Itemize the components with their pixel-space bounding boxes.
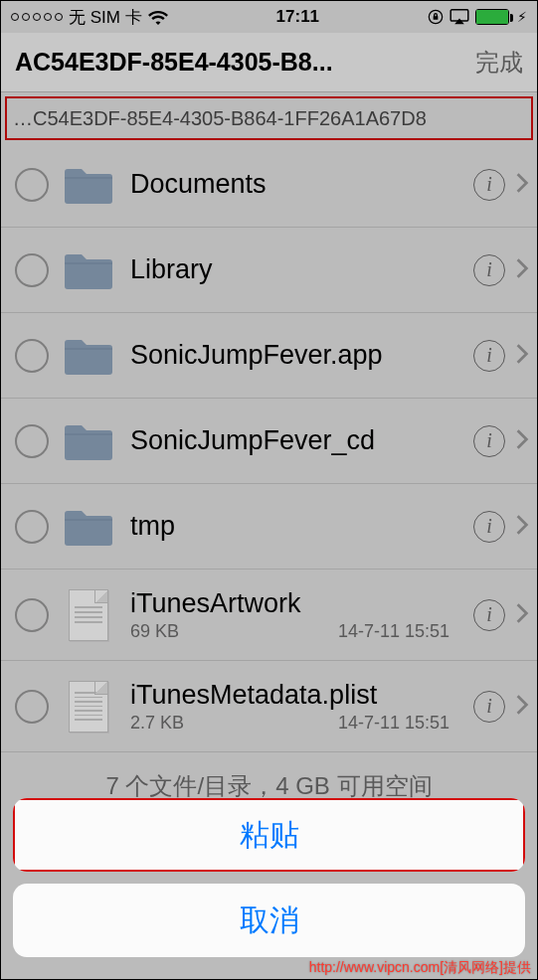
select-checkbox[interactable] xyxy=(15,690,49,724)
folder-icon xyxy=(63,245,114,296)
item-title: SonicJumpFever_cd xyxy=(130,425,467,456)
list-item[interactable]: SonicJumpFever.app i xyxy=(1,313,537,399)
folder-icon xyxy=(63,159,114,211)
info-button[interactable]: i xyxy=(473,254,505,286)
select-checkbox[interactable] xyxy=(15,339,49,373)
file-list: Documents i Library i SonicJumpFever.app… xyxy=(1,142,537,752)
charging-icon: ⚡︎ xyxy=(517,9,527,25)
list-item[interactable]: iTunesArtwork 69 KB 14-7-11 15:51 i xyxy=(1,570,537,661)
breadcrumb-path[interactable]: …C54E3DF-85E4-4305-B864-1FF26A1A67D8 xyxy=(5,96,533,140)
info-button[interactable]: i xyxy=(473,340,505,372)
select-checkbox[interactable] xyxy=(15,424,49,458)
item-date: 14-7-11 15:51 xyxy=(338,621,449,642)
list-item[interactable]: tmp i xyxy=(1,484,537,570)
status-bar: 无 SIM 卡 17:11 ⚡︎ xyxy=(1,1,537,33)
chevron-right-icon xyxy=(515,428,529,454)
select-checkbox[interactable] xyxy=(15,598,49,632)
airplay-icon xyxy=(449,9,469,25)
clock-label: 17:11 xyxy=(276,7,319,27)
page-title: AC54E3DF-85E4-4305-B8... xyxy=(15,48,465,77)
folder-icon xyxy=(63,501,114,553)
list-item[interactable]: iTunesMetadata.plist 2.7 KB 14-7-11 15:5… xyxy=(1,661,537,752)
item-title: SonicJumpFever.app xyxy=(130,340,467,371)
info-button[interactable]: i xyxy=(473,599,505,631)
chevron-right-icon xyxy=(515,172,529,198)
cancel-button[interactable]: 取消 xyxy=(13,884,525,957)
item-size: 69 KB xyxy=(130,621,179,642)
select-checkbox[interactable] xyxy=(15,510,49,544)
select-checkbox[interactable] xyxy=(15,253,49,287)
item-title: iTunesMetadata.plist xyxy=(130,680,467,711)
folder-icon xyxy=(63,330,114,382)
list-item[interactable]: Documents i xyxy=(1,142,537,228)
list-item[interactable]: Library i xyxy=(1,228,537,313)
chevron-right-icon xyxy=(515,694,529,720)
chevron-right-icon xyxy=(515,343,529,369)
info-button[interactable]: i xyxy=(473,691,505,723)
item-title: Library xyxy=(130,254,467,285)
file-icon xyxy=(63,589,114,641)
item-date: 14-7-11 15:51 xyxy=(338,713,449,734)
info-button[interactable]: i xyxy=(473,511,505,543)
chevron-right-icon xyxy=(515,257,529,283)
info-button[interactable]: i xyxy=(473,425,505,457)
paste-button[interactable]: 粘贴 xyxy=(13,798,525,872)
item-size: 2.7 KB xyxy=(130,713,184,734)
list-item[interactable]: SonicJumpFever_cd i xyxy=(1,399,537,484)
item-title: Documents xyxy=(130,169,467,200)
watermark-label: http://www.vipcn.com[清风网络]提供 xyxy=(309,959,531,977)
carrier-label: 无 SIM 卡 xyxy=(69,6,142,29)
chevron-right-icon xyxy=(515,514,529,540)
info-button[interactable]: i xyxy=(473,169,505,201)
done-button[interactable]: 完成 xyxy=(475,47,523,79)
nav-bar: AC54E3DF-85E4-4305-B8... 完成 xyxy=(1,33,537,92)
signal-dots-icon xyxy=(11,13,63,21)
action-sheet: 粘贴 取消 xyxy=(1,798,537,957)
battery-icon xyxy=(475,9,509,25)
file-icon xyxy=(63,681,114,733)
select-checkbox[interactable] xyxy=(15,168,49,202)
item-title: iTunesArtwork xyxy=(130,588,467,619)
wifi-icon xyxy=(148,10,168,25)
orientation-lock-icon xyxy=(428,9,444,25)
folder-icon xyxy=(63,415,114,467)
item-title: tmp xyxy=(130,511,467,542)
chevron-right-icon xyxy=(515,602,529,628)
